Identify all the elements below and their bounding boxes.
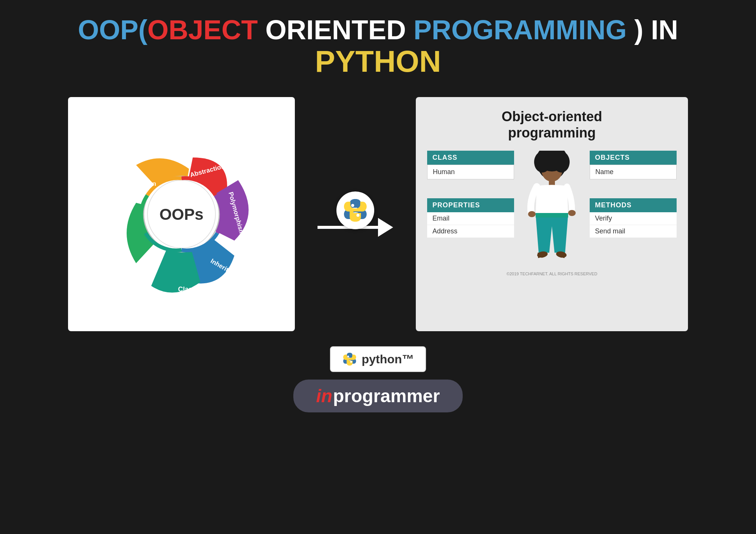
title-section: OOP(OBJECT ORIENTED PROGRAMMING ) IN PYT… bbox=[0, 0, 756, 86]
title-python: PYTHON bbox=[8, 45, 748, 78]
svg-point-9 bbox=[351, 204, 354, 207]
left-panel: OOPs Encapsulation Abstraction Polymorph… bbox=[68, 97, 295, 331]
bottom-section: python™ inprogrammer bbox=[0, 343, 756, 412]
svg-point-18 bbox=[528, 211, 536, 217]
properties-email: Email bbox=[427, 212, 514, 225]
title-in: ) IN bbox=[627, 15, 678, 45]
python-icon-arrow bbox=[336, 191, 374, 229]
methods-verify: Verify bbox=[590, 212, 677, 225]
person-svg bbox=[524, 151, 580, 268]
arrow-section bbox=[318, 191, 393, 237]
title-programming: PROGRAMMING bbox=[414, 15, 627, 45]
methods-header: METHODS bbox=[590, 198, 677, 212]
svg-point-10 bbox=[356, 214, 359, 217]
properties-address: Address bbox=[427, 225, 514, 238]
properties-header: PROPERTIES bbox=[427, 198, 514, 212]
oops-diagram: OOPs Encapsulation Abstraction Polymorph… bbox=[87, 120, 276, 309]
right-panel: Object-orientedprogramming CLASS Human P… bbox=[416, 97, 688, 331]
svg-text:Object: Object bbox=[132, 270, 153, 278]
svg-rect-20 bbox=[536, 213, 568, 218]
class-box: CLASS Human bbox=[427, 151, 514, 179]
brand-programmer: programmer bbox=[333, 386, 440, 406]
brand-in: in bbox=[316, 386, 332, 406]
person-illustration bbox=[522, 151, 582, 268]
properties-box: PROPERTIES Email Address bbox=[427, 198, 514, 238]
title-oriented: ORIENTED bbox=[258, 15, 414, 45]
oop-diagram-title: Object-orientedprogramming bbox=[502, 108, 602, 141]
python-badge: python™ bbox=[330, 346, 426, 372]
class-header: CLASS bbox=[427, 151, 514, 165]
svg-text:Encapsulation: Encapsulation bbox=[112, 180, 156, 187]
title-line1: OOP(OBJECT ORIENTED PROGRAMMING ) IN bbox=[8, 15, 748, 45]
svg-point-15 bbox=[534, 151, 551, 173]
methods-sendmail: Send mail bbox=[590, 225, 677, 238]
python-logo-badge bbox=[342, 352, 357, 367]
class-value: Human bbox=[427, 165, 514, 179]
svg-point-19 bbox=[568, 210, 576, 216]
title-object: OBJECT bbox=[147, 15, 258, 45]
svg-point-25 bbox=[347, 356, 349, 358]
python-label: python™ bbox=[362, 352, 414, 366]
arrow-head bbox=[378, 218, 393, 237]
objects-value: Name bbox=[590, 165, 677, 179]
svg-point-16 bbox=[553, 151, 570, 173]
oop-content: CLASS Human PROPERTIES Email Address bbox=[427, 151, 677, 276]
objects-header: OBJECTS bbox=[590, 151, 677, 165]
copyright-text: ©2019 TECHFARNET. ALL RIGHTS RESERVED bbox=[427, 272, 677, 276]
title-oop: OOP( bbox=[78, 15, 147, 45]
svg-text:OOPs: OOPs bbox=[160, 205, 204, 223]
svg-text:Class: Class bbox=[178, 286, 196, 293]
svg-point-26 bbox=[350, 361, 352, 363]
main-content: OOPs Encapsulation Abstraction Polymorph… bbox=[0, 86, 756, 343]
methods-box: METHODS Verify Send mail bbox=[590, 198, 677, 238]
inprogrammer-badge: inprogrammer bbox=[293, 380, 462, 412]
objects-box: OBJECTS Name bbox=[590, 151, 677, 179]
